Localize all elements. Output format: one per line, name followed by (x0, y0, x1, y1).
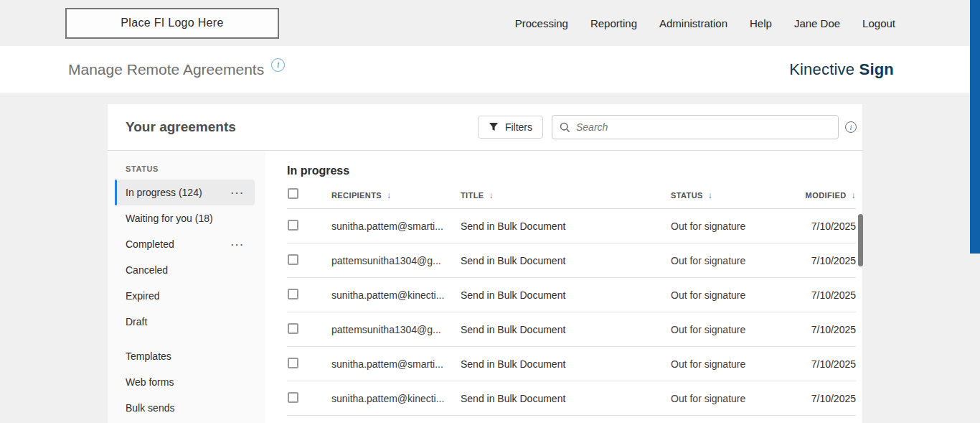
row-checkbox[interactable] (288, 254, 298, 265)
row-checkbox-cell (287, 323, 331, 336)
cell-title: Send in Bulk Document (461, 358, 671, 370)
agreements-table-area: In progress RECIPIENTS↓ TITLE↓ STATUS↓ (265, 151, 862, 423)
cell-title: Send in Bulk Document (461, 393, 671, 404)
row-checkbox[interactable] (288, 289, 298, 299)
top-nav-item[interactable]: Administration (659, 17, 727, 29)
sidebar-item-label: Waiting for you (18) (126, 213, 213, 224)
top-nav-item[interactable]: Reporting (590, 17, 637, 29)
cell-recipients: pattemsunitha1304@g... (331, 255, 461, 266)
cell-recipients: sunitha.pattem@kinecti... (331, 393, 461, 404)
kinective-sign-logo: Kinective Sign (789, 60, 894, 79)
filters-button[interactable]: Filters (478, 116, 543, 139)
overflow-menu-icon[interactable]: ··· (231, 187, 245, 198)
sidebar-group-divider (108, 335, 265, 343)
row-checkbox-cell (287, 254, 331, 267)
sidebar-library-item[interactable]: Templates (115, 343, 255, 369)
sidebar-status-item[interactable]: In progress (124) ··· (115, 180, 255, 205)
table-header-row: RECIPIENTS↓ TITLE↓ STATUS↓ MODIFIED↓ (287, 182, 856, 209)
filter-icon (489, 122, 499, 132)
select-all-checkbox[interactable] (288, 188, 298, 199)
cell-title: Send in Bulk Document (461, 220, 671, 232)
search-input[interactable] (576, 121, 831, 133)
table-title: In progress (287, 164, 856, 177)
top-nav-item[interactable]: Jane Doe (794, 17, 840, 29)
brand-primary: Kinective (789, 60, 854, 78)
cell-modified: 7/10/2025 (805, 289, 856, 301)
cell-status: Out for signature (671, 255, 805, 266)
panel-info-icon[interactable]: i (845, 121, 857, 133)
top-nav-item[interactable]: Processing (515, 17, 568, 29)
sort-desc-icon[interactable]: ↓ (387, 190, 391, 200)
table-row[interactable]: sunitha.pattem@smarti... Send in Bulk Do… (287, 209, 856, 243)
page-title: Manage Remote Agreements (68, 61, 264, 78)
sidebar-item-label: Expired (126, 290, 159, 302)
filters-button-label: Filters (505, 121, 532, 133)
row-checkbox[interactable] (288, 323, 298, 334)
top-nav-item[interactable]: Help (750, 17, 772, 29)
row-checkbox[interactable] (288, 220, 298, 231)
library-list: Templates Web forms Bulk sends (108, 343, 265, 421)
table-row[interactable]: sunitha.pattem@smarti... Send in Bulk Do… (287, 347, 856, 381)
sidebar-status-item[interactable]: Canceled ··· (115, 257, 255, 283)
column-header-title[interactable]: TITLE↓ (461, 190, 671, 200)
sidebar-item-label: Completed (126, 238, 174, 250)
fi-logo-text: Place FI Logo Here (121, 17, 223, 29)
sort-desc-icon[interactable]: ↓ (708, 190, 712, 200)
column-header-recipients[interactable]: RECIPIENTS↓ (331, 190, 461, 200)
search-box (552, 115, 839, 139)
cell-recipients: pattemsunitha1304@g... (331, 324, 461, 335)
panel-body: STATUS In progress (124) ··· Waiting for… (108, 151, 862, 423)
overflow-menu-icon[interactable]: ··· (231, 239, 245, 250)
cell-modified: 7/10/2025 (805, 358, 856, 370)
sidebar-status-item[interactable]: Expired ··· (115, 283, 255, 309)
sidebar-library-item[interactable]: Web forms (115, 369, 255, 395)
cell-modified: 7/10/2025 (805, 324, 856, 335)
cell-status: Out for signature (671, 289, 805, 301)
cell-modified: 7/10/2025 (805, 393, 856, 404)
cell-modified: 7/10/2025 (805, 220, 856, 232)
page-content-area: Your agreements Filters i STATUS (0, 93, 980, 423)
top-navigation: Processing Reporting Administration Help… (515, 17, 895, 29)
sidebar-status-item[interactable]: Draft ··· (115, 309, 255, 335)
search-icon (560, 122, 576, 133)
brand-bold: Sign (859, 60, 894, 78)
column-label: TITLE (461, 191, 484, 200)
column-header-status[interactable]: STATUS↓ (671, 190, 805, 200)
sort-desc-icon[interactable]: ↓ (489, 190, 494, 200)
browser-scrollbar-thumb[interactable] (970, 0, 980, 254)
column-label: RECIPIENTS (331, 191, 382, 200)
sidebar-item-label: Canceled (126, 264, 168, 276)
row-checkbox[interactable] (288, 392, 298, 403)
cell-status: Out for signature (671, 358, 805, 370)
table-row[interactable]: pattemsunitha1304@g... Send in Bulk Docu… (287, 312, 856, 347)
table-row[interactable]: sunitha.pattem@kinecti... Send in Bulk D… (287, 278, 856, 312)
panel-header: Your agreements Filters i (108, 104, 862, 151)
table-row[interactable]: sunitha.pattem@kinecti... Send in Bulk D… (287, 381, 856, 416)
status-section-label: STATUS (108, 157, 265, 180)
table-row[interactable]: pattemsunitha1304@g... Send in Bulk Docu… (287, 243, 856, 278)
column-header-modified[interactable]: MODIFIED↓ (805, 190, 856, 200)
cell-title: Send in Bulk Document (461, 289, 671, 301)
cell-title: Send in Bulk Document (461, 255, 671, 266)
page-header-band: Manage Remote Agreements i Kinective Sig… (0, 46, 980, 93)
sidebar-library-item[interactable]: Bulk sends (115, 395, 255, 421)
agreements-panel: Your agreements Filters i STATUS (108, 104, 862, 423)
cell-recipients: sunitha.pattem@kinecti... (331, 289, 461, 301)
sidebar-status-item[interactable]: Completed ··· (115, 231, 255, 257)
table-scrollbar-thumb[interactable] (858, 214, 863, 266)
sidebar-item-label: In progress (124) (126, 187, 202, 198)
sort-desc-icon[interactable]: ↓ (852, 190, 856, 200)
browser-scrollbar[interactable] (970, 0, 980, 423)
cell-title: Send in Bulk Document (461, 324, 671, 335)
row-checkbox-cell (287, 220, 331, 233)
cell-recipients: sunitha.pattem@smarti... (331, 358, 461, 370)
top-nav-item[interactable]: Logout (862, 17, 895, 29)
page-info-icon[interactable]: i (271, 58, 285, 72)
status-filter-list: In progress (124) ··· Waiting for you (1… (108, 180, 265, 335)
fi-logo-placeholder[interactable]: Place FI Logo Here (65, 8, 279, 39)
sidebar-status-item[interactable]: Waiting for you (18) ··· (115, 205, 255, 231)
sidebar-item-label: Bulk sends (126, 402, 174, 414)
column-label: STATUS (671, 191, 703, 200)
sidebar-item-label: Templates (126, 350, 171, 362)
row-checkbox[interactable] (288, 358, 298, 368)
